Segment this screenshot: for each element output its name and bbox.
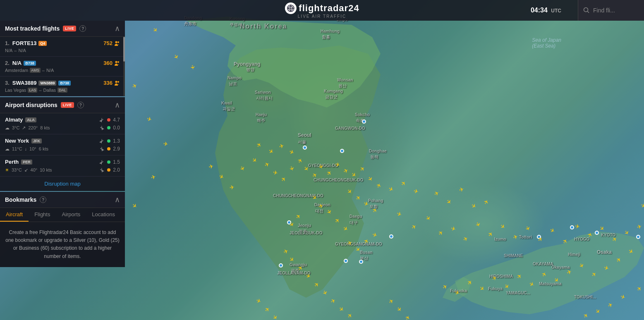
disruptions-live-badge: LIVE	[61, 102, 74, 108]
search-icon	[583, 7, 590, 14]
airport-disruptions-section: Airport disruptions LIVE ? ∧ Almaty ALA …	[0, 97, 125, 191]
plane-arrive-icon	[99, 117, 105, 122]
newyork-name: New York JFK	[5, 138, 42, 144]
flight-list: 1. FORTE13 Q4 752	[0, 37, 125, 96]
almaty-weather: ☁ 3°C ↗ 220° 8 kts 0.0	[5, 125, 120, 131]
tab-aircraft[interactable]: Aircraft	[0, 208, 29, 222]
header: flightradar24 LIVE AIR TRAFFIC 04:34 UTC…	[0, 0, 644, 21]
perth-scores: 1.5	[99, 159, 120, 165]
almaty-depart-dot	[107, 126, 110, 129]
tab-flights[interactable]: Flights	[29, 208, 56, 222]
disruption-map-link[interactable]: Disruption map	[0, 177, 125, 191]
bookmarks-title: Bookmarks ?	[5, 196, 46, 203]
logo-subtitle: LIVE AIR TRAFFIC	[298, 14, 346, 19]
newyork-depart-dot	[107, 147, 110, 150]
info-icon[interactable]: ?	[79, 25, 86, 32]
plane-depart-icon	[99, 125, 105, 130]
collapse-btn[interactable]: ∧	[115, 25, 120, 32]
most-tracked-title: Most tracked flights LIVE ?	[5, 25, 86, 32]
bookmarks-section: Bookmarks ? ∧ Aircraft Flights Airports …	[0, 192, 125, 267]
scrollbar-track	[123, 37, 125, 96]
most-tracked-section: Most tracked flights LIVE ? ∧ 1. FORTE13…	[0, 21, 125, 96]
flight-item-3[interactable]: 3. SWA3889 WN3889 B738 336	[0, 76, 125, 96]
svg-line-6	[588, 12, 589, 13]
flight-route-2: Amsterdam AMS – N/A	[5, 68, 120, 73]
disruption-perth: Perth PER 1.5 ☀ 33°C ↙ 40° 10 kts	[0, 155, 125, 177]
tab-locations[interactable]: Locations	[86, 208, 121, 222]
logo: flightradar24	[285, 2, 359, 14]
flight-route-3: Las Vegas LAS – Dallas DAL	[5, 88, 120, 93]
most-tracked-header: Most tracked flights LIVE ? ∧	[0, 21, 125, 37]
newyork-scores: 1.3	[99, 138, 120, 144]
scrollbar-thumb	[123, 37, 125, 62]
plane-depart-icon-3	[99, 167, 105, 172]
perth-weather: ☀ 33°C ↙ 40° 10 kts 2.0	[5, 167, 120, 173]
flight-count-2: 360	[103, 60, 120, 66]
perth-code: PER	[21, 160, 32, 165]
svg-point-5	[584, 8, 588, 12]
live-badge: LIVE	[63, 26, 76, 31]
disruptions-title: Airport disruptions LIVE ?	[5, 102, 84, 108]
plane-depart-icon-2	[99, 146, 105, 151]
people-icon-2	[114, 60, 120, 66]
disruptions-header: Airport disruptions LIVE ? ∧	[0, 97, 125, 113]
ams-badge: AMS	[30, 68, 41, 73]
svg-point-12	[117, 81, 119, 83]
disruptions-info-icon[interactable]: ?	[77, 102, 84, 108]
almaty-depart-score: 0.0	[99, 125, 120, 131]
search-label: Find fli...	[593, 7, 615, 14]
disruption-newyork: New York JFK 1.3 ☁ 11°C ↓ 10° 6 kts	[0, 134, 125, 155]
svg-point-7	[115, 41, 117, 43]
logo-area: flightradar24 LIVE AIR TRAFFIC	[285, 2, 359, 19]
flight-num-2: 2.	[5, 60, 10, 66]
bookmarks-tabs: Aircraft Flights Airports Locations	[0, 208, 125, 222]
logo-icon	[285, 2, 296, 14]
almaty-arrive-dot	[107, 118, 110, 122]
dal-badge: DAL	[57, 88, 67, 93]
bookmarks-promo: Create a free Flightradar24 Basic accoun…	[0, 222, 125, 267]
disruption-almaty: Almaty ALA 4.7 ☁ 3°C ↗ 220° 8 kts	[0, 113, 125, 134]
flight-route-1: N/A – N/A	[5, 48, 120, 53]
flight-id-1: 1. FORTE13 Q4	[5, 40, 47, 46]
time-display: 04:34 UTC	[531, 7, 561, 14]
flight-count-3: 336	[103, 80, 120, 86]
logo-text-label: flightradar24	[299, 3, 359, 14]
flight-badge-wn3889: WN3889	[38, 81, 56, 86]
perth-name: Perth PER	[5, 159, 32, 165]
perth-depart-dot	[107, 168, 110, 172]
newyork-arrive-dot	[107, 139, 110, 143]
bookmarks-collapse-btn[interactable]: ∧	[115, 196, 120, 203]
svg-point-9	[115, 61, 117, 63]
newyork-depart-score: 2.9	[99, 146, 120, 152]
newyork-weather: ☁ 11°C ↓ 10° 6 kts 2.9	[5, 146, 120, 152]
bookmarks-header: Bookmarks ? ∧	[0, 192, 125, 208]
flight-num-3: 3.	[5, 80, 10, 86]
newyork-code: JFK	[31, 139, 42, 143]
flight-id-3: 3. SWA3889 WN3889 B738	[5, 80, 71, 86]
bookmarks-info-icon[interactable]: ?	[40, 196, 46, 203]
svg-point-11	[115, 81, 117, 83]
plane-arrive-icon-2	[99, 139, 105, 143]
search-box[interactable]: Find fli...	[578, 0, 644, 21]
people-icon-3	[114, 80, 120, 86]
svg-point-10	[117, 61, 119, 63]
perth-depart-score: 2.0	[99, 167, 120, 173]
flight-num-1: 1.	[5, 40, 10, 46]
flight-item-1[interactable]: 1. FORTE13 Q4 752	[0, 37, 125, 57]
disruptions-collapse-btn[interactable]: ∧	[115, 101, 120, 109]
flight-item-2[interactable]: 2. N/A B738 360 A	[0, 57, 125, 76]
flight-badge-q4: Q4	[38, 41, 47, 46]
almaty-code: ALA	[25, 117, 36, 122]
almaty-name: Almaty ALA	[5, 117, 36, 123]
flight-count-1: 752	[103, 40, 120, 46]
almaty-scores: 4.7	[99, 117, 120, 123]
flight-badge-b738-2: B738	[24, 61, 36, 66]
svg-point-8	[117, 41, 119, 43]
people-icon	[114, 41, 120, 46]
tab-airports[interactable]: Airports	[56, 208, 86, 222]
perth-arrive-dot	[107, 160, 110, 164]
flight-id-2: 2. N/A B738	[5, 60, 36, 66]
flight-badge-b738-3: B738	[58, 81, 71, 86]
las-badge: LAS	[28, 88, 37, 93]
plane-arrive-icon-3	[99, 160, 105, 165]
